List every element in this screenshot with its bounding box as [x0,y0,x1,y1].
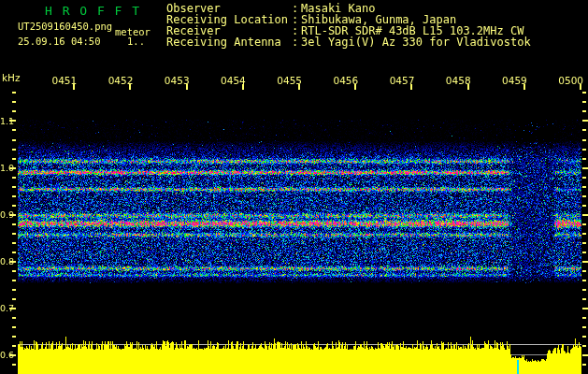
time-tick-label-0451: 0451 [50,76,77,86]
observation-header: Observer:Masaki Kano Receiving Location:… [166,3,531,48]
hrofft-screen: H R O F F T UT2509160450.png meteor 25.0… [0,0,588,374]
freq-tick-label-0.8: 0.8 [0,257,13,266]
output-file-name: UT2509160450.png [18,22,112,32]
frequency-axis-unit: kHz [2,73,21,83]
time-tick-label-0454: 0454 [220,76,246,86]
time-tick-label-0458: 0458 [445,76,471,86]
freq-tick-label-0.9: 0.9 [0,210,13,220]
time-tick-label-0456: 0456 [332,76,358,86]
header-row-antenna: Receiving Antenna:3el Yagi(V) Az 330 for… [166,36,531,48]
freq-tick-label-0.7: 0.7 [0,304,13,313]
time-tick-label-0457: 0457 [388,76,414,86]
frame-counter: 1.. [127,36,145,47]
time-tick-label-0453: 0453 [164,76,190,86]
time-tick-label-0455: 0455 [276,76,302,86]
spectrogram-canvas [0,0,588,374]
header-colon: : [292,36,301,48]
header-value: 3el Yagi(V) Az 330 for Vladivostok [301,36,531,49]
freq-tick-label-0.6: 0.6 [0,351,13,360]
time-tick-label-0500: 0500 [557,76,583,86]
freq-tick-label-1.1: 1.1 [0,117,13,126]
observation-datetime: 25.09.16 04:50 [18,36,101,47]
freq-tick-label-1.0: 1.0 [0,164,13,173]
time-tick-label-0452: 0452 [107,76,133,86]
app-title: H R O F F T [45,5,141,17]
header-label: Receiving Antenna [166,36,292,48]
time-tick-label-0459: 0459 [501,76,527,86]
